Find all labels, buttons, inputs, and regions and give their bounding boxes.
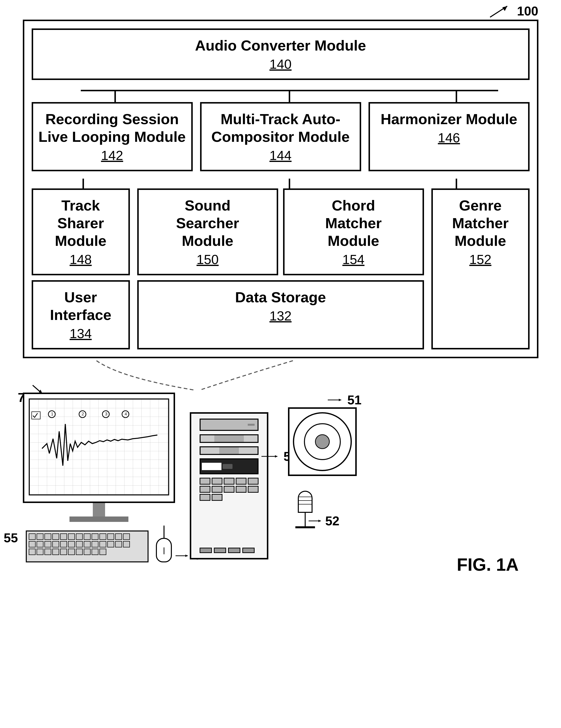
mid-connector-svg (32, 179, 530, 188)
key (37, 541, 43, 547)
data-storage-title: Data Storage (144, 289, 418, 306)
tower-black-panel (199, 458, 258, 474)
key (107, 533, 114, 540)
track-sharer-title: Track Sharer Module (38, 197, 123, 250)
key (68, 533, 75, 540)
tower-slot-1 (199, 434, 258, 443)
foot (242, 548, 254, 553)
monitor-frame: 1 2 3 4 (23, 393, 175, 503)
bottom-slot (199, 486, 210, 493)
mouse-button-line (163, 547, 164, 554)
monitor-stand (93, 503, 105, 516)
audio-converter-number: 140 (38, 56, 523, 72)
mic-line (299, 504, 312, 504)
svg-marker-28 (319, 520, 321, 522)
harmonizer-number: 146 (375, 130, 523, 145)
dashed-connector-svg (23, 358, 538, 393)
key (84, 541, 91, 547)
chord-matcher-title: Chord Matcher Module (290, 197, 418, 250)
outer-box: Audio Converter Module 140 Recordin (23, 20, 538, 358)
tower-slot-2 (199, 446, 258, 455)
key (115, 533, 122, 540)
key (123, 541, 130, 547)
diagram-section: 100 Audio Converter Module 140 (23, 20, 538, 358)
modules-row: Recording Session Live Looping Module 14… (32, 102, 530, 171)
tower-group: 50 (190, 412, 273, 559)
key (44, 541, 51, 547)
user-interface-box: User Interface 134 (32, 280, 130, 349)
key (92, 541, 98, 547)
svg-text:4: 4 (125, 412, 127, 416)
key (107, 541, 114, 547)
speaker-middle-circle (304, 423, 341, 460)
key (60, 533, 67, 540)
key (92, 549, 98, 555)
bottom-slot (248, 478, 258, 485)
chord-matcher-number: 154 (290, 252, 418, 267)
data-storage-box: Data Storage 132 (137, 280, 424, 349)
key (68, 541, 75, 547)
speaker-inner-circle (315, 434, 330, 449)
key (99, 541, 106, 547)
multi-track-title: Multi-Track Auto- Compositor Module (206, 110, 355, 146)
key (37, 549, 43, 555)
svg-marker-22 (185, 555, 188, 557)
key (115, 541, 122, 547)
top-connectors (32, 90, 530, 102)
mic-line (299, 497, 312, 497)
speaker-box (288, 407, 357, 476)
mouse-arrow-icon (175, 552, 190, 559)
mic-line (299, 500, 312, 501)
tower-drive-1 (199, 419, 258, 431)
monitor-group: 75 (23, 393, 175, 562)
key (84, 533, 91, 540)
bottom-slot (212, 494, 222, 501)
keyboard-row-2 (29, 541, 146, 547)
data-storage-number: 132 (144, 308, 418, 323)
svg-text:2: 2 (82, 412, 84, 416)
keyboard-row-1 (29, 533, 146, 540)
page-container: 100 Audio Converter Module 140 (0, 0, 561, 728)
key (60, 541, 67, 547)
arrow-100-icon (485, 2, 515, 20)
chord-matcher-box: Chord Matcher Module 154 (283, 188, 424, 275)
bottom-slot (212, 478, 222, 485)
audio-converter-box: Audio Converter Module 140 (32, 28, 530, 80)
sound-searcher-title: Sound Searcher Module (144, 197, 272, 250)
dashed-connector-area (23, 358, 538, 393)
panel-white (202, 463, 221, 470)
key (76, 533, 83, 540)
sound-searcher-number: 150 (144, 252, 272, 267)
key (44, 549, 51, 555)
user-interface-number: 134 (38, 326, 123, 341)
speaker-outer-circle (293, 412, 352, 471)
key (68, 549, 75, 555)
mic-stand (305, 513, 306, 526)
tower-arrow-icon (261, 453, 281, 460)
key (52, 541, 59, 547)
mid-connectors (32, 179, 530, 188)
speaker-label-group: 51 (328, 393, 362, 407)
key (52, 549, 59, 555)
bottom-slot (212, 486, 222, 493)
key (52, 533, 59, 540)
mic-label: 52 (325, 514, 340, 528)
recording-session-box: Recording Session Live Looping Module 14… (32, 102, 193, 171)
track-sharer-number: 148 (38, 252, 123, 267)
key (29, 533, 36, 540)
foot (199, 548, 212, 553)
bottom-slot (199, 478, 210, 485)
svg-text:3: 3 (105, 412, 107, 416)
right-column: Genre Matcher Module 152 (431, 188, 530, 349)
genre-matcher-title: Genre Matcher Module (438, 197, 523, 250)
key (37, 533, 43, 540)
mouse-body (156, 538, 172, 562)
speaker-arrow-icon (328, 396, 345, 404)
speaker-label: 51 (348, 393, 362, 407)
middle-column: Sound Searcher Module 150 Chord Matcher … (137, 188, 424, 349)
keyboard-row-3 (29, 549, 146, 555)
key (60, 549, 67, 555)
left-column: Track Sharer Module 148 User Interface 1… (32, 188, 130, 349)
harmonizer-title: Harmonizer Module (375, 110, 523, 128)
fig-label: FIG. 1A (457, 555, 519, 575)
